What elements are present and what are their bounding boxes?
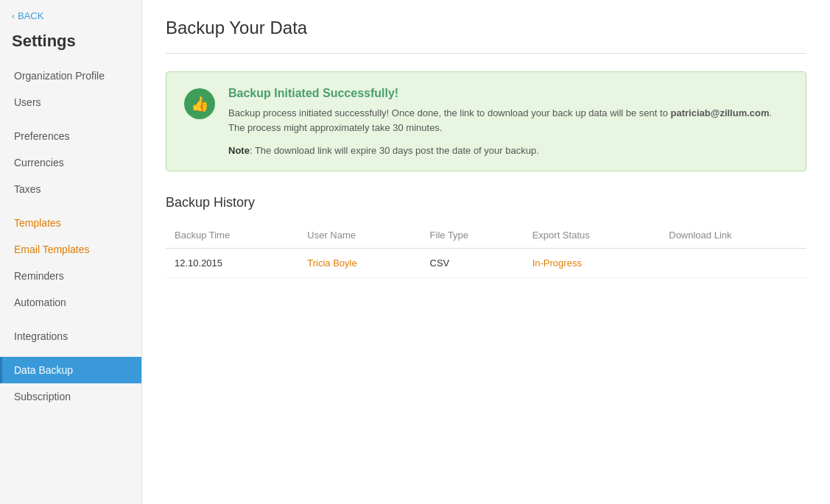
sidebar-item-data-backup[interactable]: Data Backup (0, 357, 141, 383)
note-text: : The download link will expire 30 days … (250, 145, 539, 156)
back-label: BACK (18, 10, 43, 21)
column-header-download-link: Download Link (660, 222, 806, 249)
success-message-part1: Backup process initiated successfully! O… (228, 107, 671, 118)
column-header-file-type: File Type (421, 222, 524, 249)
chevron-left-icon: ‹ (12, 11, 15, 21)
backup-status: In-Progress (524, 249, 661, 278)
nav-separator (0, 202, 141, 210)
table-header-row: Backup TimeUser NameFile TypeExport Stat… (166, 222, 806, 249)
page-title: Backup Your Data (166, 18, 806, 38)
success-title: Backup Initiated Successfully! (228, 87, 788, 100)
column-header-export-status: Export Status (524, 222, 661, 249)
table-row: 12.10.2015Tricia BoyleCSVIn-Progress (166, 249, 806, 278)
sidebar-item-organization-profile[interactable]: Organization Profile (0, 63, 141, 89)
sidebar-item-reminders[interactable]: Reminders (0, 263, 141, 289)
sidebar-title: Settings (0, 29, 141, 63)
sidebar-item-preferences[interactable]: Preferences (0, 123, 141, 149)
table-header: Backup TimeUser NameFile TypeExport Stat… (166, 222, 806, 249)
success-banner: 👍 Backup Initiated Successfully! Backup … (166, 71, 806, 171)
backup-file-type: CSV (421, 249, 524, 278)
thumbs-up-icon: 👍 (191, 95, 209, 113)
success-email[interactable]: patriciab@zillum.com (671, 107, 770, 118)
sidebar-item-subscription[interactable]: Subscription (0, 383, 141, 410)
column-header-user-name: User Name (298, 222, 421, 249)
main-content: Backup Your Data 👍 Backup Initiated Succ… (142, 0, 830, 504)
note-label: Note (228, 145, 250, 156)
success-content: Backup Initiated Successfully! Backup pr… (228, 87, 788, 156)
sidebar: ‹ BACK Settings Organization ProfileUser… (0, 0, 142, 504)
sidebar-item-templates[interactable]: Templates (0, 210, 141, 236)
sidebar-nav: Organization ProfileUsersPreferencesCurr… (0, 63, 141, 504)
backup-history-section: Backup History Backup TimeUser NameFile … (166, 195, 806, 278)
success-icon: 👍 (184, 88, 215, 119)
page-divider (166, 53, 806, 54)
column-header-backup-time: Backup Time (166, 222, 298, 249)
sidebar-item-automation[interactable]: Automation (0, 289, 141, 316)
nav-separator (0, 316, 141, 323)
success-note: Note: The download link will expire 30 d… (228, 145, 788, 156)
nav-separator (0, 349, 141, 357)
backup-download-link (660, 249, 806, 278)
nav-separator (0, 116, 141, 123)
sidebar-item-currencies[interactable]: Currencies (0, 149, 141, 176)
backup-history-table: Backup TimeUser NameFile TypeExport Stat… (166, 222, 806, 278)
backup-user[interactable]: Tricia Boyle (298, 249, 421, 278)
backup-time: 12.10.2015 (166, 249, 298, 278)
sidebar-item-integrations[interactable]: Integrations (0, 323, 141, 349)
back-link[interactable]: ‹ BACK (0, 0, 141, 29)
table-body: 12.10.2015Tricia BoyleCSVIn-Progress (166, 249, 806, 278)
backup-history-title: Backup History (166, 195, 806, 210)
sidebar-item-taxes[interactable]: Taxes (0, 176, 141, 202)
sidebar-item-email-templates[interactable]: Email Templates (0, 236, 141, 263)
sidebar-item-users[interactable]: Users (0, 89, 141, 116)
success-message: Backup process initiated successfully! O… (228, 106, 788, 135)
